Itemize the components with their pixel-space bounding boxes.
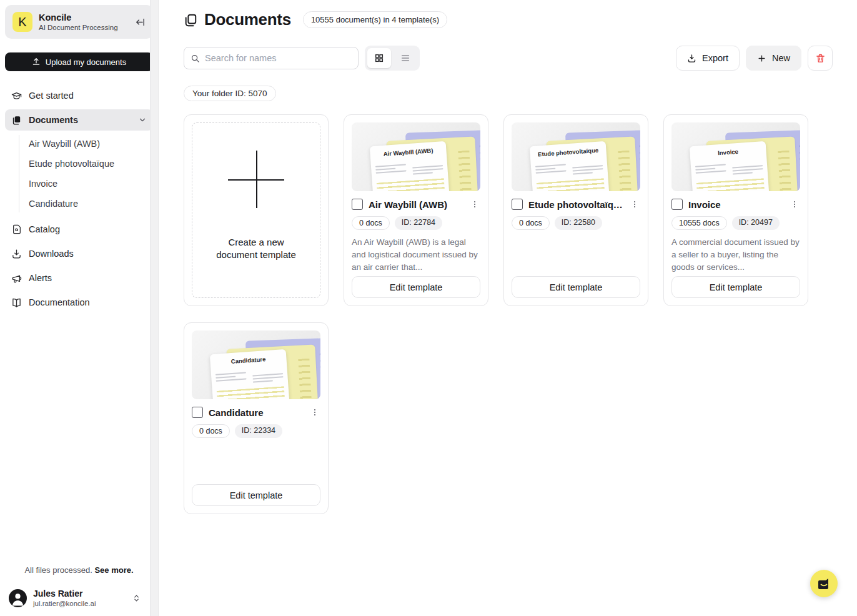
- sidebar-subitem-air-waybill[interactable]: Air Waybill (AWB): [24, 134, 153, 154]
- template-title: Air Waybill (AWB): [369, 199, 463, 210]
- template-checkbox[interactable]: [352, 199, 363, 210]
- big-plus-icon: [228, 151, 284, 208]
- edit-template-button[interactable]: Edit template: [512, 276, 640, 298]
- new-button[interactable]: New: [746, 46, 801, 71]
- template-card: Air Waybill (AWB) Air Waybill (AWB) 0 do…: [344, 114, 488, 306]
- user-info: Jules Ratier jul.ratier@koncile.ai: [33, 589, 126, 607]
- sidebar-item-get-started[interactable]: Get started: [5, 85, 153, 106]
- search-box[interactable]: [184, 47, 359, 69]
- sidebar-item-label: Get started: [29, 91, 74, 101]
- edit-template-button[interactable]: Edit template: [671, 276, 800, 298]
- toolbar: Export New: [184, 46, 833, 71]
- sidebar-item-label: Documents: [29, 115, 78, 125]
- template-thumbnail[interactable]: Candidature: [192, 330, 320, 399]
- sidebar-item-label: Catalog: [29, 224, 60, 234]
- template-card: Invoice Invoice 10555 docs ID: 20497: [663, 114, 808, 306]
- files-status: All files processed. See more.: [9, 565, 149, 575]
- docs-count-badge: 0 docs: [512, 216, 550, 230]
- plus-area: [192, 123, 320, 236]
- koncile-logo: K: [12, 12, 32, 32]
- delete-button[interactable]: [808, 46, 833, 71]
- template-checkbox[interactable]: [192, 407, 203, 418]
- kebab-menu-icon[interactable]: [469, 199, 480, 210]
- create-template-label: Create a new document template: [192, 236, 320, 298]
- create-template-card: Create a new document template: [184, 114, 329, 306]
- sidebar-item-label: Downloads: [29, 249, 74, 259]
- sidebar-subitem-invoice[interactable]: Invoice: [24, 174, 153, 194]
- trash-icon: [815, 53, 826, 64]
- thumb-sheet-front: Candidature: [210, 349, 290, 399]
- template-description: An Air Waybill (AWB) is a legal and logi…: [352, 236, 480, 274]
- thumb-title: Etude photovoltaïque: [534, 146, 602, 159]
- workspace-switcher[interactable]: K Koncile AI Document Processing: [5, 5, 153, 39]
- workspace-name: Koncile: [39, 12, 129, 23]
- chevrons-up-down-icon: [132, 594, 141, 602]
- edit-template-button[interactable]: Edit template: [352, 276, 480, 298]
- template-id-badge: ID: 22784: [395, 216, 442, 230]
- sidebar-item-label: Documentation: [29, 297, 90, 307]
- template-title: Invoice: [688, 199, 783, 210]
- chat-launcher-button[interactable]: [810, 570, 838, 597]
- thumb-sheet-front: Air Waybill (AWB): [370, 141, 450, 191]
- template-id-badge: ID: 22580: [555, 216, 602, 230]
- graduation-cap-icon: [11, 91, 22, 101]
- collapse-sidebar-icon[interactable]: [135, 17, 146, 27]
- template-thumbnail[interactable]: Invoice: [671, 122, 800, 191]
- catalog-file-icon: [11, 224, 22, 234]
- template-thumbnail[interactable]: Air Waybill (AWB): [352, 122, 480, 191]
- search-input[interactable]: [205, 53, 352, 63]
- user-menu[interactable]: Jules Ratier jul.ratier@koncile.ai: [9, 589, 149, 607]
- app-window: K Koncile AI Document Processing Upload …: [0, 0, 857, 616]
- upload-icon: [32, 57, 41, 66]
- see-more-link[interactable]: See more.: [94, 565, 133, 575]
- view-toggle: [365, 46, 420, 71]
- sidebar-item-documents[interactable]: Documents: [5, 109, 153, 131]
- docs-count-badge: 0 docs: [192, 424, 230, 438]
- sidebar: K Koncile AI Document Processing Upload …: [0, 0, 159, 616]
- upload-documents-button[interactable]: Upload my documents: [5, 52, 153, 71]
- edit-template-button[interactable]: Edit template: [192, 484, 320, 506]
- export-button[interactable]: Export: [676, 46, 740, 71]
- grid-view-button[interactable]: [367, 48, 391, 68]
- main-content: Documents 10555 document(s) in 4 templat…: [159, 0, 857, 616]
- plus-icon: [757, 54, 766, 63]
- upload-button-label: Upload my documents: [46, 57, 126, 67]
- new-button-label: New: [772, 53, 790, 63]
- workspace-subtitle: AI Document Processing: [39, 24, 129, 31]
- kebab-menu-icon[interactable]: [629, 199, 640, 210]
- sidebar-item-downloads[interactable]: Downloads: [5, 243, 153, 264]
- template-thumbnail[interactable]: Etude photovoltaïque: [512, 122, 640, 191]
- page-title: Documents: [204, 10, 291, 29]
- list-view-button[interactable]: [394, 48, 417, 68]
- kebab-menu-icon[interactable]: [789, 199, 800, 210]
- docs-count-badge: 10555 docs: [671, 216, 727, 230]
- thumb-title: Invoice: [694, 146, 762, 159]
- template-card: Etude photovoltaïque Etude photovoltaïqu…: [503, 114, 648, 306]
- create-template-clickzone[interactable]: Create a new document template: [192, 122, 320, 298]
- page-header: Documents 10555 document(s) in 4 templat…: [184, 10, 833, 29]
- template-card: Candidature Candidature 0 docs ID: 22334: [184, 322, 329, 514]
- documents-page-icon: [184, 13, 197, 27]
- sidebar-subitem-etude-photovoltaique[interactable]: Etude photovoltaïque: [24, 154, 153, 174]
- sidebar-item-catalog[interactable]: Catalog: [5, 219, 153, 240]
- template-checkbox[interactable]: [671, 199, 683, 210]
- thumb-title: Candidature: [214, 354, 282, 367]
- folder-id-badge: Your folder ID: 5070: [184, 86, 276, 101]
- thumb-title: Air Waybill (AWB): [374, 146, 442, 159]
- megaphone-icon: [11, 273, 22, 284]
- kebab-menu-icon[interactable]: [309, 407, 320, 418]
- templates-grid: Create a new document template Air Waybi…: [184, 114, 833, 514]
- documents-count-badge: 10555 document(s) in 4 template(s): [303, 11, 447, 28]
- export-button-label: Export: [702, 53, 728, 63]
- workspace-info: Koncile AI Document Processing: [39, 12, 129, 32]
- sidebar-item-alerts[interactable]: Alerts: [5, 267, 153, 289]
- avatar: [9, 589, 27, 607]
- sidebar-nav: Get started Documents Air Waybill (AWB) …: [0, 85, 158, 316]
- book-icon: [11, 297, 22, 308]
- template-checkbox[interactable]: [512, 199, 523, 210]
- download-icon: [11, 249, 22, 259]
- sidebar-subitem-candidature[interactable]: Candidature: [24, 194, 153, 214]
- chat-bubble-icon: [816, 576, 831, 591]
- export-download-icon: [687, 54, 696, 63]
- sidebar-item-documentation[interactable]: Documentation: [5, 292, 153, 313]
